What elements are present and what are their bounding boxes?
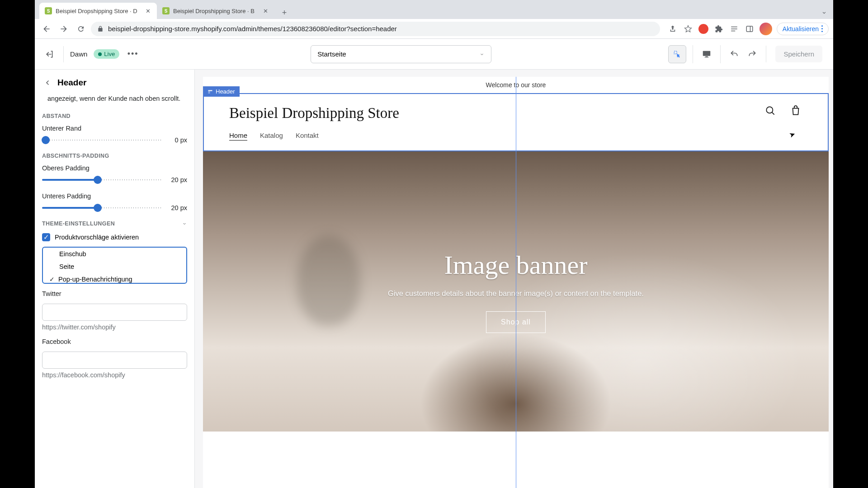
reload-button[interactable] (74, 22, 88, 36)
svg-rect-3 (703, 51, 711, 56)
menu-icon (821, 25, 823, 32)
section-label-abstand: ABSTAND (35, 113, 194, 119)
product-suggestions-checkbox[interactable]: ✓ (42, 233, 50, 241)
svg-line-10 (772, 113, 774, 115)
padding-bottom-slider[interactable] (42, 203, 163, 212)
browser-tab-active[interactable]: S Beispiel Dropshipping Store · D ✕ (39, 3, 157, 19)
section-label-padding: ABSCHNITTS-PADDING (35, 153, 194, 159)
dropdown-option-popup[interactable]: ✓Pop-up-Benachrichtigung (43, 273, 186, 286)
address-bar: beispiel-dropshipping-store.myshopify.co… (35, 19, 833, 39)
center-guide-line (516, 77, 516, 488)
tab-title: Beispiel Dropshipping Store · D (56, 8, 137, 14)
svg-rect-8 (208, 93, 210, 94)
cart-icon[interactable] (790, 105, 802, 117)
svg-rect-4 (706, 56, 708, 57)
sidebar-description: angezeigt, wenn der Kunde nach oben scro… (35, 94, 194, 104)
url-input[interactable]: beispiel-dropshipping-store.myshopify.co… (91, 22, 660, 36)
share-icon[interactable] (667, 23, 678, 34)
svg-rect-0 (746, 26, 753, 32)
browser-tab-strip: S Beispiel Dropshipping Store · D ✕ S Be… (35, 0, 833, 19)
close-icon[interactable]: ✕ (144, 7, 151, 14)
sidebar-title: Header (57, 78, 86, 88)
preview-frame: Header Welcome to our store Beispiel Dro… (203, 77, 829, 488)
back-icon[interactable] (44, 79, 51, 86)
close-icon[interactable]: ✕ (262, 7, 269, 14)
padding-top-slider[interactable] (42, 175, 163, 184)
field-hint: https://twitter.com/shopify (35, 324, 194, 338)
forward-button[interactable] (57, 22, 71, 36)
tab-title: Beispiel Dropshipping Store · B (173, 8, 255, 14)
redo-button[interactable] (743, 45, 761, 63)
new-tab-button[interactable]: + (278, 6, 291, 19)
search-icon[interactable] (764, 105, 776, 117)
svg-point-9 (766, 107, 773, 113)
section-label-overlay[interactable]: Header (203, 86, 240, 97)
favicon-icon: S (45, 7, 52, 14)
svg-rect-7 (208, 91, 210, 92)
page-selector[interactable]: Startseite (311, 45, 491, 63)
update-button[interactable]: Aktualisieren (777, 23, 829, 35)
section-label-text: Header (216, 88, 235, 95)
profile-avatar[interactable] (760, 23, 772, 35)
more-actions-button[interactable]: ••• (126, 47, 140, 61)
url-text: beispiel-dropshipping-store.myshopify.co… (108, 25, 397, 33)
field-label: Oberes Padding (42, 164, 187, 172)
update-label: Aktualisieren (783, 25, 819, 33)
browser-tab-inactive[interactable]: S Beispiel Dropshipping Store · B ✕ (157, 3, 274, 19)
exit-button[interactable] (41, 46, 64, 62)
field-label: Unteres Padding (42, 192, 187, 200)
inspector-toggle[interactable] (668, 45, 686, 63)
facebook-input[interactable] (42, 352, 187, 369)
back-button[interactable] (39, 22, 54, 36)
sidepanel-icon[interactable] (744, 23, 755, 34)
dropdown-option-einschub[interactable]: Einschub (43, 248, 186, 260)
adblock-icon[interactable] (698, 23, 709, 34)
nav-kontakt[interactable]: Kontakt (296, 131, 319, 141)
cart-type-dropdown[interactable]: Einschub Seite ✓Pop-up-Benachrichtigung (42, 247, 187, 284)
chevron-down-icon (479, 52, 485, 57)
slider-value: 20 px (168, 204, 187, 211)
section-label-theme: THEME-EINSTELLUNGEN (42, 221, 115, 227)
theme-name: Dawn (70, 50, 87, 58)
field-hint: https://facebook.com/shopify (35, 371, 194, 386)
margin-bottom-slider[interactable] (42, 136, 163, 145)
page-selector-label: Startseite (317, 50, 346, 58)
dropdown-option-seite[interactable]: Seite (43, 260, 186, 273)
check-icon: ✓ (49, 276, 55, 283)
undo-button[interactable] (725, 45, 743, 63)
svg-rect-5 (705, 57, 709, 57)
reading-list-icon[interactable] (729, 23, 740, 34)
theme-settings-toggle[interactable]: THEME-EINSTELLUNGEN (35, 221, 194, 233)
field-label: Facebook (42, 338, 187, 345)
favicon-icon: S (162, 7, 170, 14)
tab-overflow-button[interactable] (818, 6, 830, 19)
lock-icon (97, 26, 104, 32)
field-label: Twitter (42, 290, 187, 297)
live-label: Live (104, 51, 115, 57)
desktop-view-button[interactable] (698, 45, 716, 63)
chevron-down-icon (182, 221, 187, 226)
checkbox-label: Produktvorschläge aktivieren (55, 234, 139, 241)
extensions-icon[interactable] (713, 23, 724, 34)
live-dot-icon (98, 52, 102, 56)
preview-pane: Header Welcome to our store Beispiel Dro… (195, 70, 833, 488)
slider-value: 0 px (168, 136, 187, 144)
nav-katalog[interactable]: Katalog (260, 131, 283, 141)
twitter-input[interactable] (42, 304, 187, 321)
nav-home[interactable]: Home (229, 131, 247, 141)
section-icon (208, 89, 213, 94)
svg-rect-2 (675, 51, 677, 54)
svg-rect-6 (208, 90, 212, 91)
save-button[interactable]: Speichern (775, 46, 822, 62)
live-badge: Live (94, 49, 119, 59)
editor-topbar: Dawn Live ••• Startseite Speichern (35, 39, 833, 70)
settings-sidebar: Header angezeigt, wenn der Kunde nach ob… (35, 70, 195, 488)
bookmark-icon[interactable] (683, 23, 693, 34)
slider-value: 20 px (168, 176, 187, 183)
field-label: Unterer Rand (42, 125, 187, 132)
